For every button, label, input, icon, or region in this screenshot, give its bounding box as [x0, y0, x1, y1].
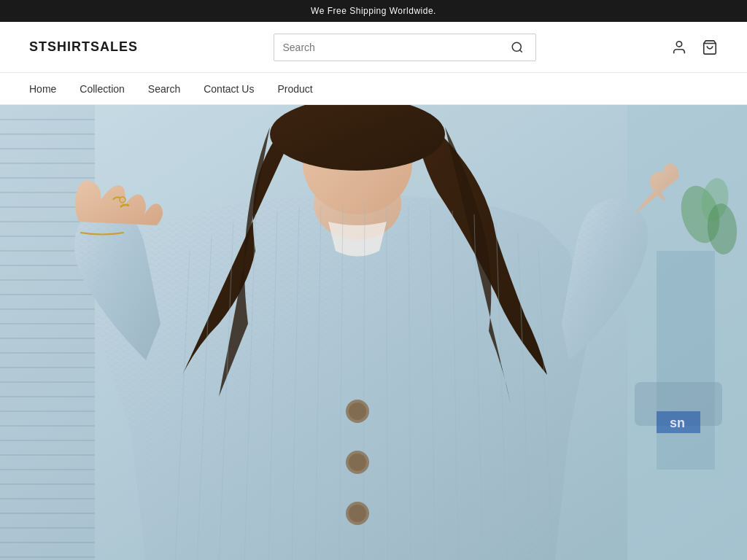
- nav-item-product[interactable]: Product: [277, 80, 312, 98]
- hero-image: sn: [0, 105, 747, 560]
- svg-point-71: [349, 505, 366, 522]
- nav-item-search[interactable]: Search: [148, 80, 180, 98]
- svg-rect-39: [657, 251, 715, 470]
- svg-point-0: [512, 42, 521, 51]
- nav-item-home[interactable]: Home: [29, 80, 56, 98]
- search-icon: [511, 41, 524, 54]
- hero-section: sn: [0, 105, 747, 560]
- search-container: [138, 34, 671, 61]
- svg-point-2: [676, 41, 681, 46]
- search-button[interactable]: [508, 38, 527, 57]
- cart-button[interactable]: [702, 39, 718, 55]
- logo[interactable]: STSHIRTSALES: [29, 39, 138, 55]
- account-button[interactable]: [671, 39, 687, 55]
- search-box: [274, 34, 536, 61]
- svg-rect-6: [0, 105, 95, 560]
- nav-item-collection[interactable]: Collection: [80, 80, 124, 98]
- svg-line-1: [519, 50, 522, 52]
- announcement-bar: We Free Shipping Worldwide.: [0, 0, 747, 22]
- cart-icon: [702, 39, 718, 55]
- search-input[interactable]: [283, 42, 508, 53]
- svg-point-69: [349, 454, 366, 471]
- announcement-text: We Free Shipping Worldwide.: [311, 6, 436, 16]
- svg-point-67: [349, 402, 366, 420]
- header-actions: [671, 39, 718, 55]
- hero-illustration: sn: [0, 105, 747, 560]
- nav-bar: Home Collection Search Contact Us Produc…: [0, 73, 747, 105]
- account-icon: [671, 39, 687, 55]
- nav-item-contact-us[interactable]: Contact Us: [204, 80, 254, 98]
- header: STSHIRTSALES: [0, 22, 747, 73]
- svg-text:sn: sn: [670, 416, 685, 430]
